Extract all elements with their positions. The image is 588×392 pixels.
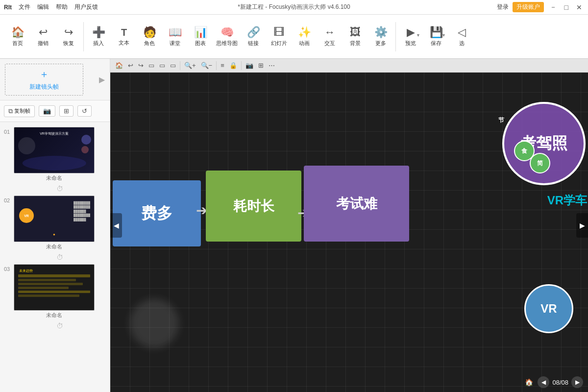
toolbar-background[interactable]: 🖼 背景 [343, 17, 368, 56]
menu-file[interactable]: 文件 [19, 3, 30, 11]
canvas-rect2-btn[interactable]: ▭ [157, 61, 167, 70]
toolbar-classroom[interactable]: 📖 课堂 [162, 17, 188, 56]
slide-label-1: 未命名 [46, 174, 62, 182]
plus-icon: ＋ [39, 68, 49, 81]
slide-2-bottom: ● [53, 229, 55, 238]
canvas-lock-btn[interactable]: 🔒 [227, 61, 239, 70]
slide-sep-2: ⏱ [0, 252, 110, 262]
canvas-grid-btn[interactable]: ⊞ [256, 61, 266, 70]
prev-page-button[interactable]: ◀ [538, 376, 549, 388]
preview-icon: ▶ [407, 26, 415, 39]
slide-label-3: 未命名 [46, 312, 62, 319]
slide-2-vr-badge: VR [19, 208, 34, 223]
rotate-button[interactable]: ↺ [77, 105, 92, 117]
toolbar-interact[interactable]: ↔ 交互 [317, 17, 343, 56]
chart-icon: 📊 [194, 26, 207, 39]
new-frame-button[interactable]: ＋ 新建镜头帧 [5, 64, 83, 96]
slide-1-title: VR学驾驶演示方案 [40, 131, 69, 136]
undo-label: 撤销 [38, 40, 49, 47]
nav-left-button[interactable]: ◀ [110, 213, 122, 238]
slide-thumb-wrap-3: 未来趋势 未命名 [14, 264, 95, 319]
canvas-camera-btn[interactable]: 📷 [244, 61, 255, 70]
canvas-background[interactable]: 费多 ➔ 耗时长 ➔ 考试难 [110, 73, 588, 392]
copy-frame-button[interactable]: ⧉ 复制帧 [4, 105, 35, 117]
save-label: 保存 [431, 40, 441, 47]
toolbar: 🏠 首页 ↩ 撤销 ↪ 恢复 ➕ 插入 T 文本 🧑 角色 📖 课堂 📊 图表 … [0, 15, 588, 59]
canvas-toolbar: 🏠 ↩ ↪ ▭ ▭ ▭ 🔍+ 🔍− ≡ 🔒 📷 ⊞ ⋯ [110, 59, 588, 73]
slide-3-lines [18, 274, 90, 306]
animation-label: 动画 [299, 40, 310, 47]
slide-list: 01 VR学驾驶演示方案 未命名 [0, 122, 110, 392]
slide-thumb-wrap-1: VR学驾驶演示方案 未命名 [14, 127, 95, 182]
canvas-rect-btn[interactable]: ▭ [147, 61, 156, 70]
toolbar-animation[interactable]: ✨ 动画 [292, 17, 317, 56]
vr-main-circle[interactable]: 食 简 节 考驾照 [502, 102, 586, 185]
toolbar-insert[interactable]: ➕ 插入 [86, 17, 111, 56]
toolbar-preview[interactable]: ▶ 预览 ▼ [398, 17, 423, 56]
panel-expand-icon[interactable]: ▶ [99, 75, 105, 84]
chart-label: 图表 [195, 40, 206, 47]
toolbar-separator-1 [83, 22, 84, 51]
menu-edit[interactable]: 编辑 [37, 3, 49, 11]
redo-icon: ↪ [64, 26, 73, 39]
toolbar-more[interactable]: ⚙️ 更多 [368, 17, 393, 56]
maximize-button[interactable]: □ [563, 3, 570, 11]
grid-button[interactable]: ⊞ [59, 105, 74, 117]
canvas-zoom-in[interactable]: 🔍+ [182, 61, 198, 70]
background-icon: 🖼 [350, 26, 361, 39]
nav-right-button[interactable]: ▶ [576, 213, 588, 238]
toolbar-home[interactable]: 🏠 首页 [5, 17, 30, 56]
slide-item-2[interactable]: 02 VR ██████████████████████████████████… [0, 194, 110, 252]
menu-help[interactable]: 帮助 [56, 3, 68, 11]
toolbar-mindmap[interactable]: 🧠 思维导图 [213, 17, 241, 56]
canvas-home-icon[interactable]: 🏠 [523, 376, 535, 388]
slide-thumb-2[interactable]: VR ████████████████████████████████████ … [14, 196, 95, 242]
page-number: 08/08 [552, 379, 568, 386]
canvas-rotate-left[interactable]: ↩ [126, 61, 135, 70]
preview-label: 预览 [405, 40, 416, 47]
blur-circle [130, 299, 179, 348]
toolbar-link[interactable]: 🔗 链接 [241, 17, 266, 56]
slide-num-2: 02 [4, 196, 14, 203]
slide-thumb-3[interactable]: 未来趋势 [14, 264, 95, 311]
character-label: 角色 [144, 40, 155, 47]
box-green[interactable]: 耗时长 [206, 171, 301, 242]
canvas-zoom-out[interactable]: 🔍− [199, 61, 215, 70]
new-frame-area: ＋ 新建镜头帧 ▶ [0, 59, 110, 100]
canvas-rotate-right[interactable]: ↪ [136, 61, 146, 70]
canvas-more-btn[interactable]: ⋯ [267, 61, 277, 70]
slide-thumb-1[interactable]: VR学驾驶演示方案 [14, 127, 95, 173]
toolbar-chart[interactable]: 📊 图表 [188, 17, 213, 56]
toolbar-slideshow[interactable]: 🎞 幻灯片 [266, 17, 292, 56]
slide-item-1[interactable]: 01 VR学驾驶演示方案 未命名 [0, 125, 110, 184]
home-label: 首页 [12, 40, 23, 47]
canvas-rect3-btn[interactable]: ▭ [168, 61, 178, 70]
box-blue[interactable]: 费多 [113, 180, 201, 246]
login-button[interactable]: 登录 [497, 3, 509, 11]
sep-icon-3: ⏱ [56, 322, 63, 330]
box-green-text: 耗时长 [233, 197, 274, 216]
close-button[interactable]: ✕ [574, 3, 584, 11]
toolbar-text[interactable]: T 文本 [111, 17, 137, 56]
next-page-button[interactable]: ▶ [571, 376, 583, 388]
sep-icon-2: ⏱ [56, 253, 63, 261]
slideshow-label: 幻灯片 [271, 40, 287, 47]
canvas-home-btn[interactable]: 🏠 [113, 61, 125, 70]
mindmap-icon: 🧠 [220, 26, 234, 39]
slide-item-3[interactable]: 03 未来趋势 [0, 262, 110, 321]
toolbar-character[interactable]: 🧑 角色 [137, 17, 162, 56]
mini-simple-text: 简 [537, 159, 543, 168]
minimize-button[interactable]: － [548, 3, 559, 12]
toolbar-select[interactable]: ◁ 选 [449, 17, 474, 56]
select-label: 选 [459, 40, 465, 47]
toolbar-undo[interactable]: ↩ 撤销 [30, 17, 56, 56]
vr-blue-circle[interactable]: VR [524, 284, 573, 333]
insert-icon: ➕ [92, 26, 105, 39]
camera-button[interactable]: 📷 [39, 105, 55, 117]
box-purple[interactable]: 考试难 [304, 166, 409, 242]
toolbar-redo[interactable]: ↪ 恢复 [56, 17, 81, 56]
menu-feedback[interactable]: 用户反馈 [74, 3, 98, 11]
upgrade-button[interactable]: 升级账户 [513, 2, 544, 12]
canvas-align-btn[interactable]: ≡ [219, 61, 226, 70]
toolbar-save[interactable]: 💾 保存 ▼ [423, 17, 449, 56]
